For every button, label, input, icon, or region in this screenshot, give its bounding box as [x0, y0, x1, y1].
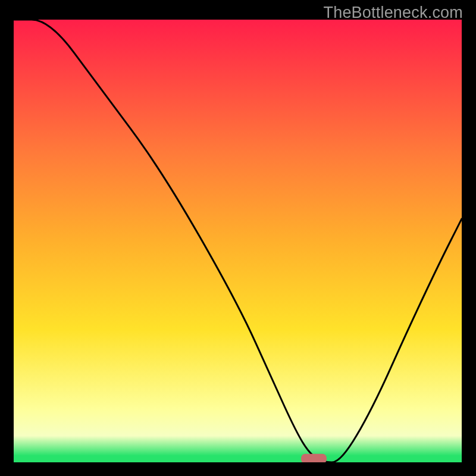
chart-frame: TheBottleneck.com — [0, 0, 476, 476]
plot-area — [14, 20, 462, 462]
optimal-marker — [301, 454, 327, 462]
chart-svg — [14, 20, 462, 462]
gradient-background — [14, 20, 462, 462]
